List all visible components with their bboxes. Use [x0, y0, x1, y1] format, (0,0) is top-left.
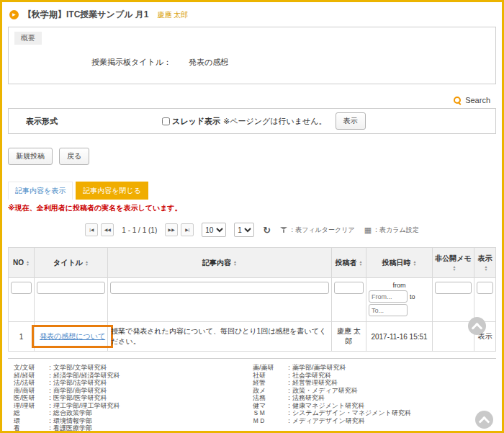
page: ▶ 【秋学期】ITC授業サンプル 月1 慶應 太郎 概要 授業掲示板タイトル： …	[0, 0, 504, 433]
legend-item: 社研：社会学研究科	[253, 372, 411, 380]
header-no[interactable]: NO▲▼	[9, 248, 35, 278]
overview-box-label: 概要	[14, 32, 42, 45]
page-size-select[interactable]: 10	[202, 223, 226, 237]
post-title-link[interactable]: 発表の感想について	[40, 332, 105, 340]
thread-display-option[interactable]: スレッド表示	[162, 116, 220, 127]
filter-clear-label: ：表フィルタークリア	[289, 226, 354, 235]
cell-title: 発表の感想について	[35, 322, 108, 352]
header-private-memo[interactable]: 非公開メモ▲▼	[433, 248, 474, 278]
posts-table: NO▲▼ タイトル▲▼ 記事内容▲▼ 投稿者▲▼ 投稿日時▲▼ 非公開メモ▲▼ …	[8, 247, 496, 352]
legend-item: 法/法研：法学部/法学研究科	[14, 379, 253, 387]
date-from-input[interactable]	[369, 290, 408, 303]
legend-item: 理/理研：理工学部/理工学研究科	[14, 402, 253, 410]
page-first-button[interactable]: |◀	[85, 223, 98, 236]
display-filter-input[interactable]	[477, 282, 493, 294]
header-user-name[interactable]: 慶應 太郎	[157, 10, 188, 20]
display-format-label: 表示形式	[14, 116, 162, 127]
header-display[interactable]: 表示▲▼	[474, 248, 496, 278]
legend-item: 総：総合政策学部	[14, 409, 253, 417]
overview-box: 概要 授業掲示板タイトル： 発表の感想	[8, 27, 496, 84]
header-title[interactable]: タイトル▲▼	[35, 248, 108, 278]
legend-item: 文/文研：文学部/文学研究科	[14, 364, 253, 372]
legend-item: 薬/薬研：薬学部/薬学研究科	[253, 364, 411, 372]
new-post-button[interactable]: 新規投稿	[8, 148, 53, 165]
table-header-row: NO▲▼ タイトル▲▼ 記事内容▲▼ 投稿者▲▼ 投稿日時▲▼ 非公開メモ▲▼ …	[9, 248, 496, 278]
sort-icon: ▲▼	[26, 260, 30, 266]
paging-note: ※ページングは行いません。	[223, 116, 327, 127]
sort-icon: ▲▼	[85, 260, 89, 266]
sort-icon: ▲▼	[359, 260, 363, 266]
cell-content: 授業で発表された内容について、毎回ひとり1回は感想を書いてください。	[108, 322, 332, 352]
refresh-icon[interactable]: ↻	[263, 226, 271, 235]
page-fast-next-button[interactable]: ▶▶	[165, 223, 178, 236]
legend-item: 医/医研：医学部/医学研究科	[14, 394, 253, 402]
content-filter-input[interactable]	[110, 282, 329, 294]
display-format-box: 表示形式 スレッド表示 ※ページングは行いません。 表示	[8, 108, 496, 134]
annotation-highlight-box: 発表の感想について	[32, 325, 113, 348]
breadcrumb-icon: ▶	[9, 10, 19, 19]
pagination-bar: |◀ ◀◀ 1 - 1 / 1 (1) ▶▶ ▶| 10 1 ↻ ：表フィルター…	[6, 223, 498, 237]
legend-item: 健マ：健康マネジメント研究科	[253, 402, 411, 410]
page-header: ▶ 【秋学期】ITC授業サンプル 月1 慶應 太郎	[6, 6, 498, 21]
board-title-label: 授業掲示板タイトル：	[14, 57, 171, 68]
legend-item: ＭＤ：メディアデザイン研究科	[253, 417, 411, 425]
sort-icon: ▲▼	[413, 260, 417, 266]
search-toggle[interactable]: Search	[14, 95, 490, 105]
sort-icon: ▲▼	[453, 265, 456, 271]
page-last-button[interactable]: ▶|	[181, 223, 194, 236]
date-filter-cell: from to	[366, 278, 433, 322]
header-author[interactable]: 投稿者▲▼	[332, 248, 366, 278]
page-fast-prev-button[interactable]: ◀◀	[101, 223, 114, 236]
page-info: 1 - 1 / 1 (1)	[122, 226, 157, 234]
date-from-label: from	[369, 282, 430, 289]
page-number-select[interactable]: 1	[234, 223, 254, 237]
column-grid-icon: ▦	[364, 226, 372, 234]
thread-display-label: スレッド表示	[172, 116, 220, 127]
sort-icon: ▲▼	[233, 260, 237, 266]
legend-item: 看：看護医療学部	[14, 424, 253, 432]
legend-item: 商/商研：商学部/商学研究科	[14, 387, 253, 395]
tab-hide-content[interactable]: 記事内容を閉じる	[76, 182, 148, 200]
overview-row: 授業掲示板タイトル： 発表の感想	[14, 57, 490, 68]
scroll-top-button-bottom[interactable]	[475, 411, 493, 429]
title-filter-input[interactable]	[37, 282, 105, 294]
legend-item: 経/経研：経済学部/経済学研究科	[14, 372, 253, 380]
cell-posted-at: 2017-11-16 15:51	[366, 322, 433, 352]
header-posted-at[interactable]: 投稿日時▲▼	[366, 248, 433, 278]
tab-show-content[interactable]: 記事内容を表示	[8, 182, 73, 200]
cell-no: 1	[9, 322, 35, 352]
no-filter-input[interactable]	[11, 282, 32, 294]
faculty-legend: 文/文研：文学部/文学研究科 経/経研：経済学部/経済学研究科 法/法研：法学部…	[8, 358, 496, 433]
author-filter-input[interactable]	[334, 282, 364, 294]
date-to-label: to	[410, 293, 415, 300]
back-button[interactable]: 戻る	[59, 148, 89, 165]
search-label: Search	[465, 96, 490, 104]
realname-notice: ※現在、全利用者に投稿者の実名を表示しています。	[8, 203, 496, 213]
page-title: 【秋学期】ITC授業サンプル 月1	[23, 9, 148, 21]
header-content[interactable]: 記事内容▲▼	[108, 248, 332, 278]
legend-item: 法務：法務研究科	[253, 394, 411, 402]
display-apply-button[interactable]: 表示	[336, 112, 366, 130]
legend-right-column: 薬/薬研：薬学部/薬学研究科 社研：社会学研究科 経管：経営管理研究科 政メ：政…	[253, 364, 411, 432]
column-config-label: ：表カラム設定	[373, 226, 419, 235]
date-to-input[interactable]	[369, 304, 408, 316]
scroll-top-button[interactable]	[468, 317, 486, 335]
legend-item: ＳＭ：システムデザイン・マネジメント研究科	[253, 409, 411, 417]
cell-author: 慶應 太郎	[332, 322, 366, 352]
legend-item: 政メ：政策・メディア研究科	[253, 387, 411, 395]
filter-icon	[280, 226, 287, 233]
sort-icon: ▲▼	[485, 265, 488, 271]
content-tabs: 記事内容を表示 記事内容を閉じる	[8, 182, 496, 200]
search-icon	[453, 96, 462, 104]
thread-display-checkbox[interactable]	[162, 117, 170, 125]
legend-left-column: 文/文研：文学部/文学研究科 経/経研：経済学部/経済学研究科 法/法研：法学部…	[14, 364, 253, 432]
table-row: 1 発表の感想について 授業で発表された内容について、毎回ひとり1回は感想を書い…	[9, 322, 496, 352]
table-filter-row: from to	[9, 278, 496, 322]
top-actions: 新規投稿 戻る	[8, 148, 496, 165]
board-title-value: 発表の感想	[189, 57, 228, 68]
memo-filter-input[interactable]	[435, 282, 472, 294]
legend-item: 環：環境情報学部	[14, 417, 253, 425]
filter-clear-button[interactable]: ：表フィルタークリア	[280, 226, 354, 235]
column-config-button[interactable]: ▦ ：表カラム設定	[364, 226, 419, 235]
legend-item: 経管：経営管理研究科	[253, 379, 411, 387]
